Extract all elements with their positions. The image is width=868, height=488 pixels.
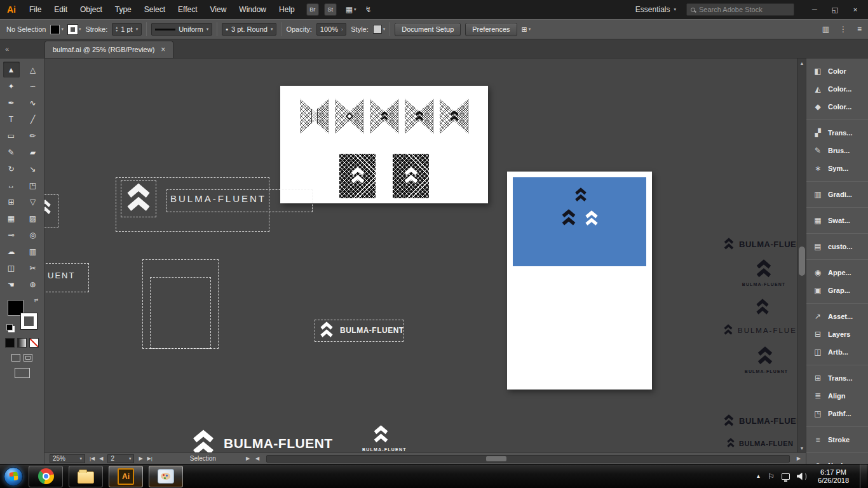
free-transform-tool[interactable]: ◳ [25, 177, 41, 193]
logo-sketch-3[interactable] [370, 98, 399, 134]
direct-selection-tool[interactable]: △ [25, 62, 41, 78]
minimize-button[interactable]: ─ [804, 0, 825, 19]
illustrator-taskbar-button[interactable]: Ai [109, 466, 143, 487]
logo-sketch-2[interactable] [335, 98, 364, 134]
panel-item-custom[interactable]: ▤custo... [806, 238, 868, 255]
bulma-lockup-dark[interactable]: BULMA-FLUEN [723, 238, 806, 251]
close-button[interactable]: × [845, 0, 865, 19]
bulma-wordmark[interactable]: BULMA-FLUENT [170, 193, 266, 204]
logo-pattern-tile-1[interactable] [339, 154, 376, 198]
chrome-taskbar-button[interactable] [29, 466, 63, 487]
default-fill-stroke-icon[interactable] [6, 324, 13, 330]
curvature-tool[interactable]: ∿ [25, 95, 41, 111]
bulma-logo-icon[interactable] [756, 346, 774, 367]
start-button[interactable] [4, 467, 23, 486]
menu-type[interactable]: Type [109, 0, 138, 19]
shape-builder-tool[interactable]: ⊞ [3, 194, 20, 210]
horizontal-scrollbar[interactable] [266, 455, 790, 463]
panel-item-symbols[interactable]: ∗Sym... [806, 159, 868, 177]
document-setup-button[interactable]: Document Setup [395, 23, 461, 36]
gradient-button[interactable] [17, 338, 27, 348]
draw-normal-icon[interactable] [11, 354, 20, 362]
bulma-logo-icon[interactable] [44, 200, 52, 216]
panel-item-layers[interactable]: ⊟Layers [806, 325, 868, 343]
stroke-swatch[interactable] [21, 313, 37, 329]
pan-left-icon[interactable]: ◀ [255, 456, 259, 461]
next-artboard-button[interactable]: ▶ [139, 456, 142, 461]
tray-expand-icon[interactable]: ▲ [756, 473, 761, 479]
panel-item-color-themes[interactable]: ◆Color... [806, 98, 868, 116]
panel-item-stroke[interactable]: ≡Stroke [806, 431, 868, 449]
vertical-scrollbar-thumb[interactable] [799, 247, 805, 276]
panel-item-gradient[interactable]: ▥Gradi... [806, 186, 868, 203]
gpu-performance-icon[interactable]: ↯ [365, 5, 372, 14]
bulma-wordmark-partial[interactable]: UENT [48, 271, 75, 280]
panel-item-artboards[interactable]: ◫Artb... [806, 343, 868, 361]
pen-tool[interactable]: ✒ [3, 95, 20, 111]
horizontal-scrollbar-thumb[interactable] [486, 456, 506, 461]
paint-taskbar-button[interactable] [149, 466, 183, 487]
preferences-button[interactable]: Preferences [465, 23, 517, 36]
stepper-down-icon[interactable]: ▾ [116, 29, 118, 32]
scroll-right-icon[interactable]: ▶ [797, 456, 801, 461]
stroke-color-control[interactable]: ▾ [68, 25, 81, 34]
artboard-1[interactable] [280, 86, 488, 203]
menu-window[interactable]: Window [233, 0, 273, 19]
logo-sketch-5[interactable] [440, 98, 469, 134]
blue-cover-block[interactable] [513, 177, 646, 266]
menu-file[interactable]: File [23, 0, 48, 19]
menu-effect[interactable]: Effect [172, 0, 203, 19]
graphic-style-dropdown[interactable]: ▾ [373, 25, 386, 34]
vertical-scrollbar[interactable]: ▲ ▼ [797, 58, 806, 452]
logo-pattern-tile-2[interactable] [393, 154, 429, 198]
artboard-2[interactable] [507, 172, 652, 390]
panel-item-align[interactable]: ≣Align [806, 387, 868, 405]
artboard-number-dropdown[interactable]: 2 ▾ [107, 454, 134, 463]
document-tab[interactable]: bulmaf.ai @ 25% (RGB/Preview) × [44, 41, 173, 58]
last-artboard-button[interactable]: ▶| [147, 456, 153, 461]
menu-help[interactable]: Help [273, 0, 301, 19]
panel-item-appearance[interactable]: ◉Appe... [806, 264, 868, 281]
bridge-icon[interactable]: Br [306, 3, 319, 16]
color-button[interactable] [5, 338, 15, 348]
selection-tool[interactable]: ▲ [3, 62, 20, 78]
screen-mode-button[interactable] [15, 368, 30, 378]
previous-artboard-button[interactable]: ◀ [99, 456, 103, 461]
bulma-lockup-large[interactable]: BULMA-FLUENT [191, 430, 333, 452]
brush-definition-dropdown[interactable]: • 3 pt. Round ▾ [222, 23, 276, 36]
menu-edit[interactable]: Edit [48, 0, 74, 19]
menu-select[interactable]: Select [138, 0, 172, 19]
stroke-weight-stepper[interactable]: ▴ ▾ [116, 26, 118, 32]
line-segment-tool[interactable]: ╱ [25, 111, 41, 127]
blend-tool[interactable]: ◎ [25, 227, 41, 243]
dock-menu-icon[interactable]: ≡ [857, 25, 862, 34]
menu-object[interactable]: Object [74, 0, 109, 19]
stroke-weight-field[interactable]: ▴ ▾ 1 pt ▾ [112, 23, 142, 36]
align-options-control[interactable]: ⊞ ▾ [522, 25, 531, 34]
canvas[interactable]: BULMA-FLUENT UENT BULMA-FLUENT [44, 58, 806, 452]
bulma-lockup-dark[interactable]: BULMA-FLUEN [723, 324, 806, 336]
fill-color-control[interactable]: ▾ [50, 25, 64, 34]
logo-sketch-1[interactable] [300, 98, 329, 134]
network-icon[interactable] [782, 473, 790, 480]
toolbar-collapse-icon[interactable]: « [0, 39, 44, 58]
panel-item-swatches[interactable]: ▦Swat... [806, 212, 868, 229]
column-graph-tool[interactable]: ▥ [25, 243, 41, 259]
panel-item-asset-export[interactable]: ↗Asset... [806, 308, 868, 325]
swap-fill-stroke-icon[interactable]: ⇄ [34, 297, 39, 303]
none-button[interactable] [29, 338, 39, 348]
panel-item-navigator[interactable]: ⊚Navi... [806, 457, 868, 464]
workspace-switcher[interactable]: Essentials ▾ [635, 5, 676, 14]
stock-icon[interactable]: St [324, 3, 337, 16]
panel-item-color-guide[interactable]: ◭Color... [806, 80, 868, 98]
perspective-grid-tool[interactable]: ▽ [25, 194, 41, 210]
panel-item-transparency[interactable]: ▞Trans... [806, 124, 868, 142]
rotate-tool[interactable]: ↻ [3, 161, 20, 177]
zoom-level-dropdown[interactable]: 25% ▾ [50, 454, 85, 463]
paintbrush-tool[interactable]: ✏ [25, 128, 41, 144]
eyedropper-tool[interactable]: ⊸ [3, 227, 20, 243]
bulma-logo-icon[interactable] [372, 425, 390, 445]
panel-item-transform[interactable]: ⊞Trans... [806, 369, 868, 387]
bulma-lockup-dark[interactable]: BULMA-FLUEN [723, 414, 806, 428]
adobe-stock-search[interactable] [686, 3, 794, 16]
